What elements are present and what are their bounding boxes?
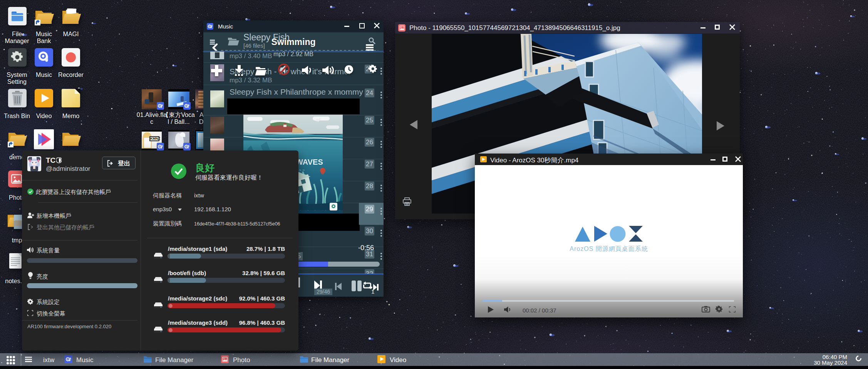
svg-text:WAVES: WAVES [296, 158, 323, 166]
